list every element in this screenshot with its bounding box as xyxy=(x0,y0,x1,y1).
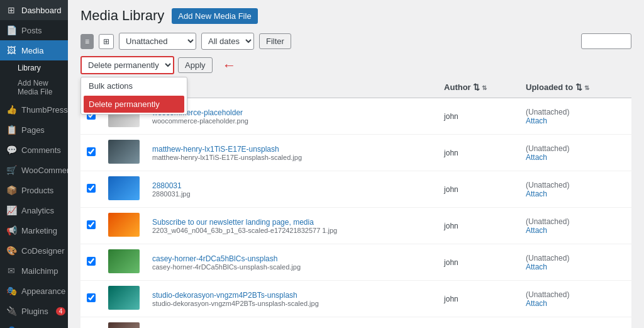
row-author-cell: john xyxy=(438,281,519,317)
page-title: Media Library xyxy=(80,8,164,24)
row-checkbox[interactable] xyxy=(87,293,96,302)
media-title-link[interactable]: 2880031 xyxy=(152,181,182,190)
attach-link[interactable]: Attach xyxy=(526,189,625,198)
sidebar-item-mailchimp[interactable]: ✉ Mailchimp xyxy=(0,261,68,281)
sidebar-item-pages[interactable]: 📋 Pages xyxy=(0,120,68,140)
row-info-cell: woocommerce-placeholder woocommerce-plac… xyxy=(146,98,438,135)
attach-link[interactable]: Attach xyxy=(526,226,625,235)
pages-icon: 📋 xyxy=(6,125,16,135)
row-thumb-cell xyxy=(102,317,146,329)
row-checkbox[interactable] xyxy=(87,220,96,229)
row-checkbox-cell xyxy=(80,244,102,281)
row-uploaded-to-cell: (Unattached) Attach xyxy=(519,281,631,317)
uploaded-to-label: (Unattached) xyxy=(526,108,569,116)
media-filename: casey-horner-4rDCa5hBlCs-unsplash-scaled… xyxy=(152,263,301,271)
col-header-author[interactable]: Author ⇅ xyxy=(438,77,519,98)
row-uploaded-to-cell: (Unattached) Attach xyxy=(519,317,631,329)
sidebar-item-label: Comments xyxy=(21,145,61,155)
row-info-cell: casey-horner-4rDCa5hBlCs-unsplash casey-… xyxy=(146,244,438,281)
sidebar-item-comments[interactable]: 💬 Comments xyxy=(0,140,68,160)
sidebar-item-label: Dashboard xyxy=(21,6,62,15)
dropdown-item-bulk-actions[interactable]: Bulk actions xyxy=(81,77,187,94)
sidebar-item-library[interactable]: Library xyxy=(0,60,68,76)
search-input[interactable] xyxy=(581,33,631,49)
row-checkbox-cell xyxy=(80,135,102,171)
row-author-cell: john xyxy=(438,208,519,244)
media-title-link[interactable]: matthew-henry-lx1TiS-E17E-unsplash xyxy=(152,145,279,154)
sidebar-item-label: Plugins xyxy=(21,307,48,316)
uploaded-to-label: (Unattached) xyxy=(526,217,569,226)
bulk-action-select[interactable]: Delete permanently Bulk actions xyxy=(80,56,174,74)
sidebar-item-add-new-media[interactable]: Add New Media File xyxy=(0,76,68,99)
sidebar-item-analytics[interactable]: 📈 Analytics xyxy=(0,200,68,220)
sidebar-item-users[interactable]: 👤 Users xyxy=(0,321,68,328)
sidebar-item-label: Products xyxy=(21,186,53,195)
row-checkbox-cell xyxy=(80,171,102,208)
media-thumbnail xyxy=(108,322,140,328)
bulk-action-dropdown: Bulk actions Delete permanently xyxy=(80,77,187,115)
media-thumbnail xyxy=(108,176,140,200)
red-arrow-indicator: ← xyxy=(223,57,236,74)
sidebar-item-label: ThumbPress xyxy=(21,105,68,115)
media-info: 2880031 2880031.jpg xyxy=(152,181,431,198)
sidebar-item-plugins[interactable]: 🔌 Plugins 4 xyxy=(0,301,68,321)
media-info: Subscribe to our newsletter landing page… xyxy=(152,218,431,234)
mailchimp-icon: ✉ xyxy=(6,266,16,276)
sidebar-item-appearance[interactable]: 🎭 Appearance xyxy=(0,281,68,301)
sidebar-item-dashboard[interactable]: ⊞ Dashboard xyxy=(0,0,68,20)
media-title-link[interactable]: studio-dekorasyon-vngzm4P2BTs-unsplash xyxy=(152,291,297,300)
media-title-link[interactable]: casey-horner-4rDCa5hBlCs-unsplash xyxy=(152,254,277,263)
main-content: Media Library Add New Media File ≡ ⊞ Una… xyxy=(68,0,644,328)
media-name: matthew-henry-lx1TiS-E17E-unsplash matth… xyxy=(152,145,302,161)
col-header-uploaded-to[interactable]: Uploaded to ⇅ xyxy=(519,77,631,98)
row-author-cell: john xyxy=(438,98,519,135)
sidebar-item-label: Marketing xyxy=(21,226,57,235)
list-view-button[interactable]: ≡ xyxy=(80,34,94,49)
add-new-media-button[interactable]: Add New Media File xyxy=(172,8,257,24)
sidebar-item-codesigner[interactable]: 🎨 CoDesigner xyxy=(0,240,68,261)
row-checkbox[interactable] xyxy=(87,147,96,156)
uploaded-to-label: (Unattached) xyxy=(526,290,569,299)
filter-button[interactable]: Filter xyxy=(259,33,291,49)
row-author-cell: john xyxy=(438,244,519,281)
media-title-link[interactable]: Subscribe to our newsletter landing page… xyxy=(152,218,314,227)
sidebar-item-label: Mailchimp xyxy=(21,266,58,276)
attach-link[interactable]: Attach xyxy=(526,299,625,308)
analytics-icon: 📈 xyxy=(6,205,16,215)
plugins-icon: 🔌 xyxy=(6,306,16,316)
table-row: studio-dekorasyon-vngzm4P2BTs-unsplash s… xyxy=(80,281,631,317)
row-checkbox[interactable] xyxy=(87,184,96,193)
codesigner-icon: 🎨 xyxy=(6,246,16,256)
sidebar-item-label: WooCommerce xyxy=(21,166,68,175)
sidebar-item-products[interactable]: 📦 Products xyxy=(0,180,68,200)
attach-link[interactable]: Attach xyxy=(526,116,625,125)
appearance-icon: 🎭 xyxy=(6,286,16,296)
media-name: casey-horner-4rDCa5hBlCs-unsplash casey-… xyxy=(152,254,301,271)
attach-link[interactable]: Attach xyxy=(526,153,625,162)
sidebar-item-posts[interactable]: 📄 Posts xyxy=(0,20,68,40)
dropdown-item-delete-permanently[interactable]: Delete permanently xyxy=(84,96,184,113)
sidebar-item-marketing[interactable]: 📢 Marketing xyxy=(0,220,68,240)
sidebar-item-woocommerce[interactable]: 🛒 WooCommerce xyxy=(0,160,68,180)
marketing-icon: 📢 xyxy=(6,225,16,235)
sidebar-item-thumbpress[interactable]: 👍 ThumbPress xyxy=(0,99,68,120)
attachment-filter-select[interactable]: Unattached All media items xyxy=(119,33,196,50)
media-filename: studio-dekorasyon-vngzm4P2BTs-unsplash-s… xyxy=(152,300,319,307)
uploaded-to-label: (Unattached) xyxy=(526,254,569,263)
page-header: Media Library Add New Media File xyxy=(68,0,644,29)
row-info-cell: Subscribe to our newsletter landing page… xyxy=(146,208,438,244)
sidebar-item-media[interactable]: 🖼 Media xyxy=(0,40,68,60)
row-author-cell: john xyxy=(438,317,519,329)
media-filename: 2203_w046_n004_63b_p1_63-scaled-e1724218… xyxy=(152,227,337,234)
apply-button[interactable]: Apply xyxy=(178,57,213,73)
attach-link[interactable]: Attach xyxy=(526,263,625,271)
row-checkbox-cell xyxy=(80,208,102,244)
row-uploaded-to-cell: (Unattached) Attach xyxy=(519,135,631,171)
grid-view-button[interactable]: ⊞ xyxy=(99,34,114,49)
products-icon: 📦 xyxy=(6,185,16,195)
row-checkbox[interactable] xyxy=(87,257,96,266)
media-name: studio-dekorasyon-vngzm4P2BTs-unsplash s… xyxy=(152,291,319,307)
row-author-cell: john xyxy=(438,171,519,208)
dates-filter-select[interactable]: All dates xyxy=(201,33,254,50)
col-header-title xyxy=(146,77,438,98)
